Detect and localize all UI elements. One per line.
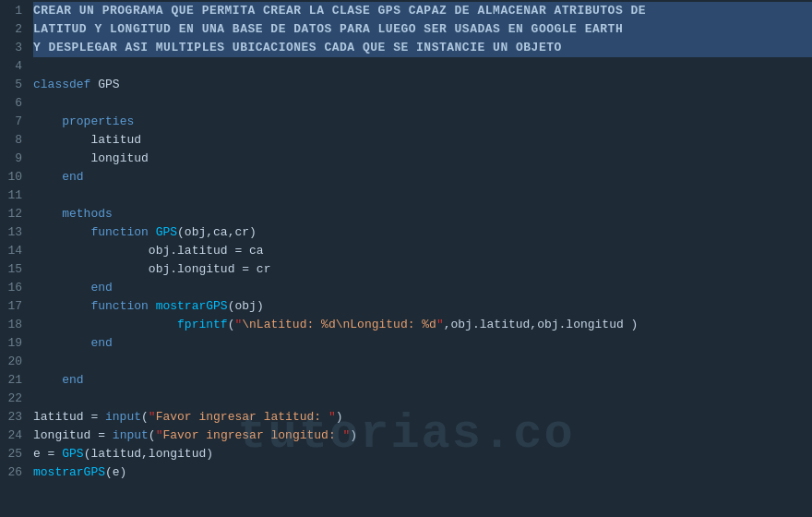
code-line-12: methods xyxy=(33,205,812,223)
code-line-11 xyxy=(33,186,812,205)
code-line-14: obj.latitud = ca xyxy=(33,242,812,260)
code-line-16: end xyxy=(33,279,812,297)
code-line-13: function GPS(obj,ca,cr) xyxy=(33,223,812,242)
code-line-5: classdef GPS xyxy=(33,76,812,94)
code-area: 1 2 3 4 5 6 7 8 9 10 11 12 13 14 15 16 1… xyxy=(0,0,812,517)
code-content: CREAR UN PROGRAMA QUE PERMITA CREAR LA C… xyxy=(30,2,812,517)
code-line-21: end xyxy=(33,371,812,390)
code-line-18: fprintf("\nLatitud: %d\nLongitud: %d",ob… xyxy=(33,316,812,334)
code-line-1: CREAR UN PROGRAMA QUE PERMITA CREAR LA C… xyxy=(33,2,812,20)
code-line-24: longitud = input("Favor ingresar longitu… xyxy=(33,427,812,445)
code-line-19: end xyxy=(33,334,812,353)
code-line-2: LATITUD Y LONGITUD EN UNA BASE DE DATOS … xyxy=(33,20,812,39)
code-line-9: longitud xyxy=(33,150,812,168)
code-line-26: mostrarGPS(e) xyxy=(33,463,812,482)
code-line-6 xyxy=(33,94,812,113)
code-line-8: latitud xyxy=(33,131,812,150)
code-editor: 1 2 3 4 5 6 7 8 9 10 11 12 13 14 15 16 1… xyxy=(0,0,812,517)
code-line-7: properties xyxy=(33,113,812,131)
code-line-23: latitud = input("Favor ingresar latitud:… xyxy=(33,408,812,427)
code-line-15: obj.longitud = cr xyxy=(33,260,812,279)
code-line-10: end xyxy=(33,168,812,186)
code-line-25: e = GPS(latitud,longitud) xyxy=(33,445,812,463)
code-line-3: Y DESPLEGAR ASI MULTIPLES UBICACIONES CA… xyxy=(33,39,812,57)
code-line-20 xyxy=(33,353,812,371)
code-line-17: function mostrarGPS(obj) xyxy=(33,297,812,316)
code-line-22 xyxy=(33,390,812,408)
line-numbers: 1 2 3 4 5 6 7 8 9 10 11 12 13 14 15 16 1… xyxy=(0,2,30,517)
code-line-4 xyxy=(33,57,812,76)
